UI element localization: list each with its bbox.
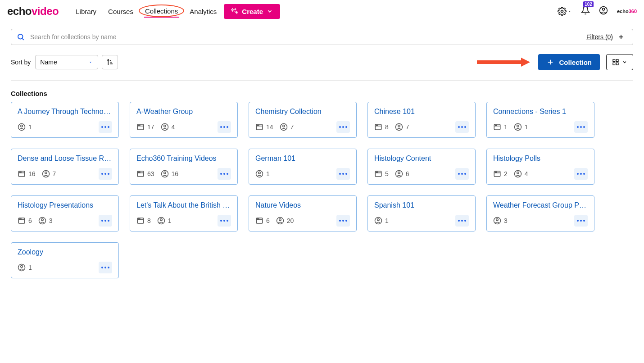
collection-card[interactable]: Histology Presentations63 [11, 195, 119, 231]
collection-meta: 620 [255, 215, 350, 227]
svg-point-66 [223, 173, 225, 175]
svg-point-19 [108, 126, 109, 128]
sortby-select[interactable]: Name [35, 55, 98, 69]
svg-point-86 [577, 173, 579, 175]
svg-point-69 [259, 172, 261, 174]
collection-card[interactable]: Connections - Series 111 [486, 102, 594, 138]
collection-meta: 174 [136, 121, 231, 133]
user-circle-icon [276, 217, 284, 225]
svg-rect-12 [616, 59, 618, 62]
toolbar: Sort by Name Collection [11, 54, 633, 70]
collection-more-button[interactable] [336, 121, 350, 133]
collection-title: Let's Talk About the British Mo... [136, 201, 231, 209]
collection-card[interactable]: Chinese 10187 [367, 102, 476, 138]
collection-card[interactable]: Nature Videos620 [249, 195, 357, 231]
collection-more-button[interactable] [455, 121, 469, 133]
search-icon [17, 33, 25, 41]
collection-card[interactable]: Echo360 Training Videos6316 [130, 149, 238, 185]
collection-card[interactable]: Weather Forecast Group Proje...3 [486, 195, 594, 231]
svg-point-122 [583, 220, 585, 222]
svg-point-91 [21, 218, 21, 219]
more-horizontal-icon [458, 126, 467, 128]
collection-more-button[interactable] [99, 215, 112, 227]
users-count: 6 [395, 170, 409, 178]
collection-card[interactable]: Let's Talk About the British Mo...81 [130, 195, 238, 231]
collection-meta: 1 [18, 121, 112, 133]
collection-title: Histology Content [374, 154, 469, 163]
collection-more-button[interactable] [574, 215, 588, 227]
media-count: 5 [374, 170, 389, 178]
collection-more-button[interactable] [574, 121, 588, 133]
collection-more-button[interactable] [336, 215, 350, 227]
collection-more-button[interactable] [455, 168, 469, 180]
svg-point-88 [583, 173, 585, 175]
svg-point-107 [259, 218, 259, 219]
bell-icon [581, 6, 590, 15]
collection-card[interactable]: Chemistry Collection147 [249, 102, 357, 138]
grid-icon [612, 59, 619, 66]
account-button[interactable] [599, 6, 608, 17]
collection-title: Nature Videos [255, 201, 350, 209]
collection-more-button[interactable] [336, 168, 350, 180]
nav-collections[interactable]: Collections [144, 5, 179, 18]
collection-card[interactable]: Dense and Loose Tissue Revi...167 [11, 149, 119, 185]
nav-analytics[interactable]: Analytics [189, 6, 218, 17]
collection-card[interactable]: Histology Polls24 [486, 149, 594, 185]
collection-card[interactable]: Spanish 1011 [367, 195, 476, 231]
search-input[interactable] [30, 33, 572, 41]
more-horizontal-icon [101, 126, 110, 128]
create-button[interactable]: Create [224, 4, 280, 19]
collection-more-button[interactable] [218, 215, 231, 227]
collection-title: Spanish 101 [374, 201, 469, 209]
svg-point-56 [45, 172, 47, 174]
svg-point-57 [101, 173, 103, 175]
collection-more-button[interactable] [574, 168, 588, 180]
user-circle-icon [161, 123, 169, 131]
collection-more-button[interactable] [99, 262, 112, 273]
collection-meta: 147 [255, 121, 350, 133]
svg-point-104 [227, 220, 228, 222]
collection-more-button[interactable] [218, 168, 231, 180]
notifications-button[interactable]: 102 [581, 6, 590, 17]
settings-menu[interactable] [558, 7, 572, 16]
more-horizontal-icon [101, 219, 110, 222]
collection-card[interactable]: Zoology1 [11, 242, 119, 278]
user-circle-icon [42, 170, 50, 178]
svg-point-46 [496, 125, 497, 125]
collection-meta: 11 [493, 121, 588, 133]
collection-more-button[interactable] [218, 121, 231, 133]
collection-card[interactable]: A Journey Through Technology1 [11, 102, 119, 138]
user-circle-icon [18, 263, 26, 272]
plus-icon [617, 33, 625, 41]
svg-point-59 [108, 173, 109, 175]
new-collection-button[interactable]: Collection [538, 54, 600, 70]
sort-direction-button[interactable] [102, 55, 118, 69]
collection-title: A Journey Through Technology [18, 108, 112, 116]
users-count: 16 [161, 170, 179, 178]
nav-library[interactable]: Library [75, 6, 97, 17]
media-count: 2 [493, 170, 508, 178]
collection-more-button[interactable] [99, 168, 112, 180]
sortby-label: Sort by [11, 59, 31, 66]
svg-point-16 [21, 125, 23, 127]
svg-point-120 [577, 220, 579, 222]
collection-meta: 6316 [136, 168, 231, 180]
svg-point-72 [345, 173, 347, 175]
more-horizontal-icon [458, 219, 467, 222]
filters-button[interactable]: Filters (0) [578, 29, 633, 45]
collection-more-button[interactable] [99, 121, 112, 133]
svg-point-90 [20, 218, 20, 219]
collection-card[interactable]: A-Weather Group174 [130, 102, 238, 138]
search-box[interactable] [11, 29, 578, 45]
collection-more-button[interactable] [455, 215, 469, 227]
user-circle-icon [514, 170, 522, 178]
chevron-down-icon [267, 8, 273, 14]
user-circle-icon [18, 123, 26, 131]
collection-card[interactable]: German 1011 [249, 149, 357, 185]
collection-card[interactable]: Histology Content56 [367, 149, 476, 185]
view-toggle-button[interactable] [606, 54, 633, 70]
collection-meta: 63 [18, 215, 112, 227]
svg-point-74 [376, 172, 377, 172]
svg-point-53 [20, 172, 20, 172]
nav-courses[interactable]: Courses [107, 6, 134, 17]
